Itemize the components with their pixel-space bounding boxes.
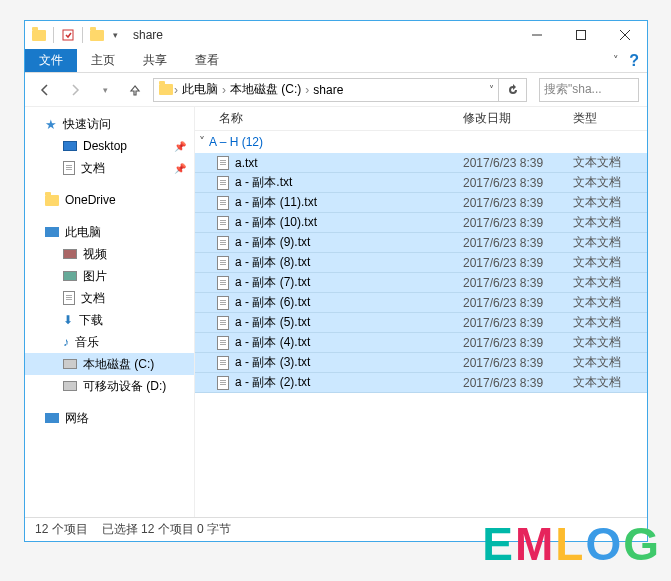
- video-icon: [63, 249, 77, 259]
- separator: [82, 27, 83, 43]
- sidebar-item-ddrive[interactable]: 可移动设备 (D:): [25, 375, 194, 397]
- recent-dropdown[interactable]: ▾: [93, 78, 117, 102]
- sidebar-label: 文档: [81, 160, 105, 177]
- file-row[interactable]: a - 副本 (8).txt2017/6/23 8:39文本文档: [195, 253, 647, 273]
- explorer-window: ▾ share 文件 主页 共享 查看 ˅ ?: [24, 20, 648, 542]
- sidebar-label: 可移动设备 (D:): [83, 378, 166, 395]
- text-file-icon: [217, 196, 229, 210]
- file-date: 2017/6/23 8:39: [463, 236, 573, 250]
- folder-icon: [31, 27, 47, 43]
- file-name: a - 副本 (2).txt: [235, 374, 310, 391]
- group-label: A – H (12): [209, 135, 263, 149]
- ribbon-tab-view[interactable]: 查看: [181, 49, 233, 72]
- file-row[interactable]: a - 副本 (3).txt2017/6/23 8:39文本文档: [195, 353, 647, 373]
- column-header-name[interactable]: 名称: [195, 110, 463, 127]
- sidebar-label: 图片: [83, 268, 107, 285]
- text-file-icon: [217, 336, 229, 350]
- help-icon[interactable]: ?: [629, 52, 639, 70]
- sidebar-item-music[interactable]: ♪音乐: [25, 331, 194, 353]
- file-name: a - 副本 (7).txt: [235, 274, 310, 291]
- document-icon: [63, 291, 75, 305]
- sidebar-item-docs[interactable]: 文档: [25, 287, 194, 309]
- text-file-icon: [217, 296, 229, 310]
- text-file-icon: [217, 216, 229, 230]
- file-row[interactable]: a.txt2017/6/23 8:39文本文档: [195, 153, 647, 173]
- file-row[interactable]: a - 副本 (9).txt2017/6/23 8:39文本文档: [195, 233, 647, 253]
- sidebar-item-thispc[interactable]: 此电脑: [25, 221, 194, 243]
- file-row[interactable]: a - 副本 (7).txt2017/6/23 8:39文本文档: [195, 273, 647, 293]
- minimize-button[interactable]: [515, 21, 559, 49]
- file-date: 2017/6/23 8:39: [463, 196, 573, 210]
- close-button[interactable]: [603, 21, 647, 49]
- ribbon-file-tab[interactable]: 文件: [25, 49, 77, 72]
- sidebar-item-onedrive[interactable]: OneDrive: [25, 189, 194, 211]
- text-file-icon: [217, 156, 229, 170]
- refresh-button[interactable]: [499, 78, 527, 102]
- file-type: 文本文档: [573, 334, 647, 351]
- column-header-date[interactable]: 修改日期: [463, 110, 573, 127]
- drive-icon: [63, 359, 77, 369]
- file-row[interactable]: a - 副本.txt2017/6/23 8:39文本文档: [195, 173, 647, 193]
- file-row[interactable]: a - 副本 (2).txt2017/6/23 8:39文本文档: [195, 373, 647, 393]
- titlebar: ▾ share: [25, 21, 647, 49]
- sidebar-label: 文档: [81, 290, 105, 307]
- breadcrumb-item[interactable]: 本地磁盘 (C:): [226, 81, 305, 98]
- file-date: 2017/6/23 8:39: [463, 216, 573, 230]
- sidebar-label: 网络: [65, 410, 89, 427]
- sidebar-label: 下载: [79, 312, 103, 329]
- sidebar-item-video[interactable]: 视频: [25, 243, 194, 265]
- search-placeholder: 搜索"sha...: [544, 81, 602, 98]
- up-button[interactable]: [123, 78, 147, 102]
- search-input[interactable]: 搜索"sha...: [539, 78, 639, 102]
- address-dropdown-icon[interactable]: ˅: [489, 84, 494, 95]
- sidebar-item-pictures[interactable]: 图片: [25, 265, 194, 287]
- navbar: ▾ › 此电脑 › 本地磁盘 (C:) › share ˅ 搜索"sha...: [25, 73, 647, 107]
- file-type: 文本文档: [573, 314, 647, 331]
- forward-button[interactable]: [63, 78, 87, 102]
- file-row[interactable]: a - 副本 (6).txt2017/6/23 8:39文本文档: [195, 293, 647, 313]
- pin-icon: 📌: [174, 163, 186, 174]
- folder-icon[interactable]: [89, 27, 105, 43]
- ribbon-tab-share[interactable]: 共享: [129, 49, 181, 72]
- file-row[interactable]: a - 副本 (10).txt2017/6/23 8:39文本文档: [195, 213, 647, 233]
- onedrive-icon: [45, 195, 59, 206]
- text-file-icon: [217, 176, 229, 190]
- address-bar[interactable]: › 此电脑 › 本地磁盘 (C:) › share ˅: [153, 78, 499, 102]
- file-date: 2017/6/23 8:39: [463, 256, 573, 270]
- sidebar-item-desktop[interactable]: Desktop📌: [25, 135, 194, 157]
- file-row[interactable]: a - 副本 (5).txt2017/6/23 8:39文本文档: [195, 313, 647, 333]
- ribbon-expand-icon[interactable]: ˅: [613, 54, 619, 67]
- file-type: 文本文档: [573, 254, 647, 271]
- sidebar-item-cdrive[interactable]: 本地磁盘 (C:): [25, 353, 194, 375]
- file-name: a - 副本 (3).txt: [235, 354, 310, 371]
- file-type: 文本文档: [573, 154, 647, 171]
- file-list: a.txt2017/6/23 8:39文本文档a - 副本.txt2017/6/…: [195, 153, 647, 393]
- ribbon-tab-home[interactable]: 主页: [77, 49, 129, 72]
- file-name: a - 副本 (11).txt: [235, 194, 317, 211]
- sidebar-item-documents[interactable]: 文档📌: [25, 157, 194, 179]
- breadcrumb-item[interactable]: 此电脑: [178, 81, 222, 98]
- sidebar-item-quick-access[interactable]: ★快速访问: [25, 113, 194, 135]
- sidebar-item-downloads[interactable]: ⬇下载: [25, 309, 194, 331]
- file-row[interactable]: a - 副本 (11).txt2017/6/23 8:39文本文档: [195, 193, 647, 213]
- sidebar-item-network[interactable]: 网络: [25, 407, 194, 429]
- svg-rect-2: [577, 31, 586, 40]
- column-header-type[interactable]: 类型: [573, 110, 647, 127]
- maximize-button[interactable]: [559, 21, 603, 49]
- file-date: 2017/6/23 8:39: [463, 276, 573, 290]
- file-row[interactable]: a - 副本 (4).txt2017/6/23 8:39文本文档: [195, 333, 647, 353]
- file-date: 2017/6/23 8:39: [463, 176, 573, 190]
- group-header[interactable]: ˅ A – H (12): [195, 131, 647, 153]
- file-name: a - 副本 (4).txt: [235, 334, 310, 351]
- download-icon: ⬇: [63, 313, 73, 327]
- back-button[interactable]: [33, 78, 57, 102]
- file-name: a.txt: [235, 156, 258, 170]
- file-date: 2017/6/23 8:39: [463, 356, 573, 370]
- file-date: 2017/6/23 8:39: [463, 316, 573, 330]
- breadcrumb-item[interactable]: share: [309, 83, 347, 97]
- properties-icon[interactable]: [60, 27, 76, 43]
- drive-icon: [63, 381, 77, 391]
- file-name: a - 副本 (5).txt: [235, 314, 310, 331]
- file-type: 文本文档: [573, 294, 647, 311]
- qat-dropdown-icon[interactable]: ▾: [107, 27, 123, 43]
